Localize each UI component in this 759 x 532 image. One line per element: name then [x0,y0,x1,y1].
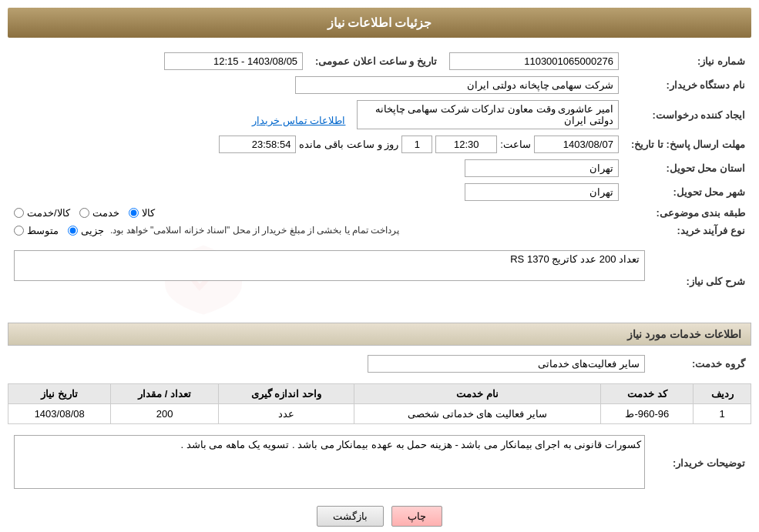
remaining-time: 23:58:54 [219,136,296,153]
buyer-label: نام دستگاه خریدار: [625,73,751,97]
deadline-day-label: روز و [378,139,399,150]
col-name: نام خدمت [354,384,601,404]
col-unit: واحد اندازه گیری [218,384,354,404]
category-kala-label: کالا [142,207,155,219]
page-title: جزئیات اطلاعات نیاز [8,8,751,38]
process-mottaset-option[interactable]: متوسط [14,225,59,236]
process-label: نوع فرآیند خرید: [625,222,751,239]
category-kala-option[interactable]: کالا [129,207,155,219]
cell-unit: عدد [218,404,354,424]
category-kala-khadamat-option[interactable]: کالا/خدمت [14,207,70,219]
need-number-value: 1103001065000276 [443,49,625,73]
cell-quantity: 200 [111,404,218,424]
need-desc-table: شرح کلی نیاز: تعداد 200 عدد کاتریج RS 13… [8,247,751,315]
category-kala-khadamat-radio[interactable] [14,208,24,218]
col-date: تاریخ نیاز [8,384,111,404]
buttons-row: چاپ بازگشت [8,506,751,527]
deadline-row: 23:58:54 ساعت باقی مانده روز و 1 12:30 س… [8,132,625,156]
category-khadamat-option[interactable]: خدمت [79,207,119,219]
process-jozii-radio[interactable] [68,226,78,236]
process-jozii-label: جزیی [81,225,104,236]
deadline-time: 12:30 [435,136,497,153]
need-desc-label: شرح کلی نیاز: [651,247,751,315]
announce-date-value: 1403/08/05 - 12:15 [8,49,309,73]
province-value: تهران [8,156,625,180]
col-row: ردیف [694,384,751,404]
process-row: متوسط جزیی پرداخت تمام یا بخشی از مبلغ خ… [8,222,625,239]
table-row: 1 960-96-ط سایر فعالیت های خدماتی شخصی ع… [8,404,751,424]
buyer-value: شرکت سهامی چاپخانه دولتی ایران [8,73,625,97]
print-button[interactable]: چاپ [391,506,442,527]
category-kala-khadamat-label: کالا/خدمت [27,207,70,219]
col-code: کد خدمت [601,384,694,404]
need-number-label: شماره نیاز: [625,49,751,73]
category-khadamat-label: خدمت [92,207,119,219]
info-table: شماره نیاز: 1103001065000276 تاریخ و ساع… [8,49,751,239]
process-mottaset-radio[interactable] [14,226,24,236]
service-group-value: سایر فعالیت‌های خدماتی [8,352,651,376]
buyer-notes-table: توضیحات خریدار: [8,432,751,494]
contact-link[interactable]: اطلاعات تماس خریدار [252,115,345,126]
cell-date: 1403/08/08 [8,404,111,424]
category-khadamat-radio[interactable] [79,208,89,218]
buyer-notes-textarea[interactable] [14,435,645,489]
city-label: شهر محل تحویل: [625,180,751,204]
deadline-day: 1 [401,136,432,153]
deadline-date: 1403/08/07 [534,136,619,153]
service-group-label: گروه خدمت: [651,352,751,376]
services-section-header: اطلاعات خدمات مورد نیاز [8,323,751,346]
cell-code: 960-96-ط [601,404,694,424]
cell-name: سایر فعالیت های خدماتی شخصی [354,404,601,424]
service-group-table: گروه خدمت: سایر فعالیت‌های خدماتی [8,352,751,376]
city-value: تهران [8,180,625,204]
announce-date-label: تاریخ و ساعت اعلان عمومی: [309,49,443,73]
creator-label: ایجاد کننده درخواست: [625,97,751,132]
need-desc-value: تعداد 200 عدد کاتریج RS 1370 [14,250,645,281]
category-group: کالا/خدمت خدمت کالا [8,204,625,222]
deadline-label: مهلت ارسال پاسخ: تا تاریخ: [625,132,751,156]
col-quantity: تعداد / مقدار [111,384,218,404]
category-kala-radio[interactable] [129,208,139,218]
need-number-input: 1103001065000276 [449,52,619,70]
buyer-notes-label: توضیحات خریدار: [651,432,751,494]
need-desc-area: تعداد 200 عدد کاتریج RS 1370 [8,247,651,315]
process-jozii-option[interactable]: جزیی [68,225,104,236]
services-data-table: ردیف کد خدمت نام خدمت واحد اندازه گیری ت… [8,383,751,424]
process-notice: پرداخت تمام یا بخشی از مبلغ خریدار از مح… [110,225,399,236]
category-label: طبقه بندی موضوعی: [625,204,751,222]
deadline-time-label: ساعت: [500,139,531,150]
cell-row: 1 [694,404,751,424]
remaining-label: ساعت باقی مانده [299,139,374,150]
back-button[interactable]: بازگشت [317,506,384,527]
process-mottaset-label: متوسط [27,225,59,236]
creator-value: امیر عاشوری وقت معاون تداركات شركت سهامی… [8,97,625,132]
province-label: استان محل تحویل: [625,156,751,180]
buyer-notes-area [8,432,651,494]
